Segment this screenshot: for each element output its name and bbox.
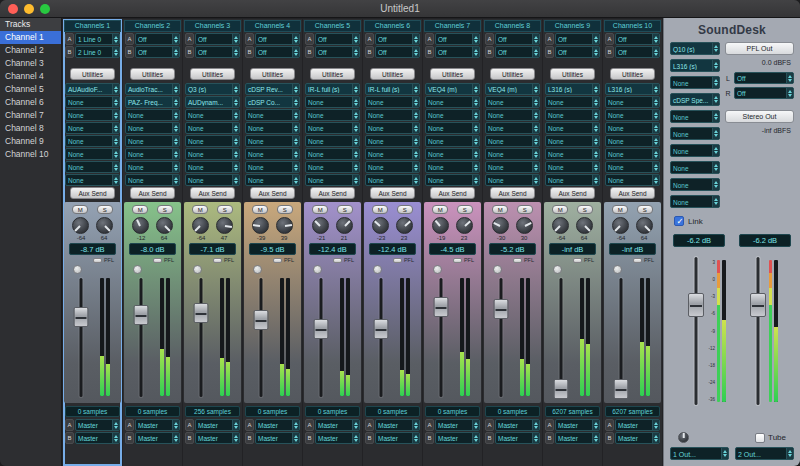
plugin-slot[interactable]: None [545,148,600,160]
sidebar-item[interactable]: Channel 9 [0,135,61,148]
utilities-button[interactable]: Utilities [130,68,175,80]
link-checkbox[interactable] [674,216,684,226]
plugin-slot[interactable]: cDSP Rev... [245,83,300,95]
channel-header[interactable]: Channels 7 [424,20,481,32]
aux-send-button[interactable]: Aux Send [610,187,655,199]
plugin-slot[interactable]: None [425,174,480,186]
fader-handle[interactable] [374,319,389,339]
input-b-select[interactable]: Off [135,46,180,58]
solo-button[interactable]: S [397,205,413,214]
output-b-select[interactable]: Master [615,432,660,444]
plugin-slot[interactable]: None [365,135,420,147]
aux-send-button[interactable]: Aux Send [430,187,475,199]
output-2-select[interactable]: 2 Out... [735,447,794,460]
input-b-select[interactable]: Off [195,46,240,58]
channel-fader[interactable] [369,276,393,399]
pan-right-knob[interactable] [396,217,413,234]
output-b-select[interactable]: Master [75,432,120,444]
automation-button[interactable] [373,265,382,274]
plugin-slot[interactable]: None [485,161,540,173]
plugin-slot[interactable]: None [670,195,720,208]
fader-handle[interactable] [434,297,449,317]
output-a-select[interactable]: Master [615,419,660,431]
plugin-slot[interactable]: None [670,76,720,89]
plugin-slot[interactable]: None [125,109,180,121]
utilities-button[interactable]: Utilities [430,68,475,80]
plugin-slot[interactable]: None [245,148,300,160]
channel-header[interactable]: Channels 10 [604,20,661,32]
input-b-select[interactable]: Off [375,46,420,58]
plugin-slot[interactable]: None [485,122,540,134]
mute-button[interactable]: M [612,205,628,214]
mute-button[interactable]: M [72,205,88,214]
utilities-button[interactable]: Utilities [310,68,355,80]
mute-button[interactable]: M [192,205,208,214]
pfl-button[interactable] [153,258,162,263]
fader-handle[interactable] [74,307,89,327]
plugin-slot[interactable]: None [305,109,360,121]
plugin-slot[interactable]: None [365,109,420,121]
automation-button[interactable] [313,265,322,274]
left-out-select[interactable]: Off [734,72,794,84]
output-b-select[interactable]: Master [375,432,420,444]
utilities-button[interactable]: Utilities [250,68,295,80]
plugin-slot[interactable]: VEQ4 (m) [485,83,540,95]
input-a-select[interactable]: Off [195,33,240,45]
utilities-button[interactable]: Utilities [70,68,115,80]
aux-send-button[interactable]: Aux Send [310,187,355,199]
pan-left-knob[interactable] [552,217,569,234]
pan-right-knob[interactable] [576,217,593,234]
plugin-slot[interactable]: None [605,174,660,186]
pan-right-knob[interactable] [636,217,653,234]
fader-handle[interactable] [554,379,569,399]
plugin-slot[interactable]: cDSP Co... [245,96,300,108]
plugin-slot[interactable]: None [305,96,360,108]
pan-right-knob[interactable] [96,217,113,234]
plugin-slot[interactable]: None [245,161,300,173]
fader-handle[interactable] [314,319,329,339]
input-a-select[interactable]: 1 Line 0 [75,33,120,45]
plugin-slot[interactable]: None [425,161,480,173]
output-b-select[interactable]: Master [555,432,600,444]
automation-button[interactable] [433,265,442,274]
plugin-slot[interactable]: None [65,174,120,186]
sidebar-item[interactable]: Channel 8 [0,122,61,135]
master-left-fader[interactable] [686,255,705,407]
pan-left-knob[interactable] [372,217,389,234]
plugin-slot[interactable]: None [365,161,420,173]
plugin-slot[interactable]: IR-L full (s) [365,83,420,95]
sidebar-item[interactable]: Channel 3 [0,57,61,70]
plugin-slot[interactable]: None [65,148,120,160]
pfl-button[interactable] [513,258,522,263]
plugin-slot[interactable]: None [670,161,720,174]
channel-header[interactable]: Channels 1 [64,20,121,32]
tube-checkbox[interactable] [755,433,765,443]
output-b-select[interactable]: Master [315,432,360,444]
utilities-button[interactable]: Utilities [190,68,235,80]
channel-fader[interactable] [489,276,513,399]
aux-send-button[interactable]: Aux Send [250,187,295,199]
plugin-slot[interactable]: AUAudioF... [65,83,120,95]
output-a-select[interactable]: Master [75,419,120,431]
plugin-slot[interactable]: None [485,148,540,160]
pan-right-knob[interactable] [276,217,293,234]
channel-header[interactable]: Channels 2 [124,20,181,32]
channel-header[interactable]: Channels 6 [364,20,421,32]
automation-button[interactable] [253,265,262,274]
solo-button[interactable]: S [157,205,173,214]
plugin-slot[interactable]: None [425,135,480,147]
pfl-button[interactable] [93,258,102,263]
plugin-slot[interactable]: None [245,109,300,121]
solo-button[interactable]: S [337,205,353,214]
pan-left-knob[interactable] [132,217,149,234]
plugin-slot[interactable]: None [185,135,240,147]
pan-right-knob[interactable] [456,217,473,234]
pan-right-knob[interactable] [156,217,173,234]
channel-header[interactable]: Channels 3 [184,20,241,32]
plugin-slot[interactable]: None [305,148,360,160]
fader-handle[interactable] [750,293,766,317]
automation-button[interactable] [493,265,502,274]
solo-button[interactable]: S [457,205,473,214]
sidebar-item[interactable]: Channel 7 [0,109,61,122]
input-b-select[interactable]: 2 Line 0 [75,46,120,58]
